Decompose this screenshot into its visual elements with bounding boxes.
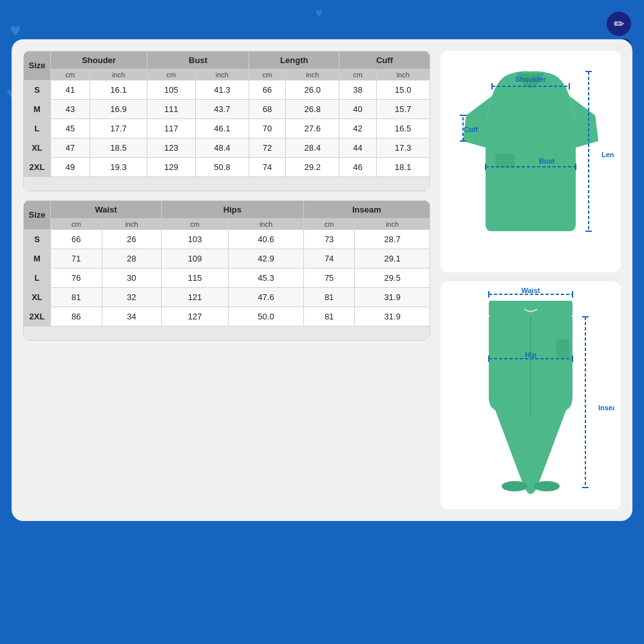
table-row: XL 81 32 121 47.6 81 31.9 xyxy=(24,287,430,307)
inseam-header: Inseam xyxy=(303,200,430,218)
table-row: XL 47 18.5 123 48.4 72 28.4 44 17.3 xyxy=(24,138,430,157)
cuff-header: Cuff xyxy=(339,51,430,69)
empty-row xyxy=(24,326,430,340)
top-diagram: Shoulder Bust Length Cuff xyxy=(440,51,621,272)
svg-point-19 xyxy=(502,481,527,491)
svg-text:Shoulder: Shoulder xyxy=(515,75,546,83)
hips-cm: cm xyxy=(162,218,229,229)
subtitle xyxy=(19,15,625,30)
table-row: 2XL 49 19.3 129 50.8 74 29.2 46 18.1 xyxy=(24,157,430,176)
size-cell: 2XL xyxy=(24,307,51,326)
bust-cm: cm xyxy=(147,69,196,80)
inseam-inch: inch xyxy=(355,218,430,229)
table-row: S 41 16.1 105 41.3 66 26.0 38 15.0 xyxy=(24,80,430,99)
shoulder-cm: cm xyxy=(51,69,90,80)
bottom-diagram: Waist Hip Inseam xyxy=(440,281,621,509)
size-cell: XL xyxy=(24,287,51,307)
inseam-cm: cm xyxy=(303,218,355,229)
svg-text:Cuff: Cuff xyxy=(464,126,478,133)
table-row: S 66 26 103 40.6 73 28.7 xyxy=(24,229,430,249)
svg-text:Hip: Hip xyxy=(525,351,536,359)
table-row: L 45 17.7 117 46.1 70 27.6 42 16.5 xyxy=(24,118,430,138)
cuff-inch: inch xyxy=(376,69,430,80)
waist-inch: inch xyxy=(102,218,161,229)
length-header: Length xyxy=(249,51,339,69)
length-cm: cm xyxy=(249,69,286,80)
size-header-2: Size xyxy=(24,200,51,229)
size-cell: XL xyxy=(24,138,51,157)
size-cell: M xyxy=(24,99,51,118)
hips-inch: inch xyxy=(229,218,304,229)
size-cell: M xyxy=(24,249,51,268)
svg-rect-17 xyxy=(489,301,573,317)
svg-rect-21 xyxy=(556,339,569,359)
svg-text:Waist: Waist xyxy=(522,288,540,294)
size-header: Size xyxy=(24,51,51,80)
size-cell: 2XL xyxy=(24,157,51,176)
bottom-size-table: Size Waist Hips Inseam cm inch cm inch c… xyxy=(23,200,430,341)
svg-point-20 xyxy=(534,481,560,491)
table-row: L 76 30 115 45.3 75 29.5 xyxy=(24,268,430,287)
top-size-table: Size Shouder Bust Length Cuff cm inch cm… xyxy=(23,51,430,191)
page-header xyxy=(0,0,644,39)
diagrams-section: Shoulder Bust Length Cuff xyxy=(440,51,621,509)
svg-text:Inseam: Inseam xyxy=(598,404,614,412)
shoulder-inch: inch xyxy=(90,69,147,80)
main-card: Size Shouder Bust Length Cuff cm inch cm… xyxy=(12,39,632,521)
waist-cm: cm xyxy=(51,218,102,229)
bottom-garment-svg: Waist Hip Inseam xyxy=(447,288,614,500)
empty-row xyxy=(24,176,430,191)
table-row: M 43 16.9 111 43.7 68 26.8 40 15.7 xyxy=(24,99,430,118)
table-row: M 71 28 109 42.9 74 29.1 xyxy=(24,249,430,268)
size-cell: L xyxy=(24,268,51,287)
size-cell: L xyxy=(24,118,51,138)
hips-header: Hips xyxy=(162,200,304,218)
size-cell: S xyxy=(24,229,51,249)
waist-header: Waist xyxy=(51,200,162,218)
cuff-cm: cm xyxy=(339,69,376,80)
svg-rect-0 xyxy=(495,154,515,168)
top-garment-svg: Shoulder Bust Length Cuff xyxy=(447,57,614,263)
svg-text:Bust: Bust xyxy=(539,157,555,165)
svg-text:Length: Length xyxy=(601,151,614,158)
length-inch: inch xyxy=(286,69,339,80)
bust-inch: inch xyxy=(195,69,249,80)
bust-header: Bust xyxy=(147,51,249,69)
table-row: 2XL 86 34 127 50.0 81 31.9 xyxy=(24,307,430,326)
tables-section: Size Shouder Bust Length Cuff cm inch cm… xyxy=(23,51,430,509)
size-cell: S xyxy=(24,80,51,99)
shoulder-header: Shouder xyxy=(51,51,147,69)
